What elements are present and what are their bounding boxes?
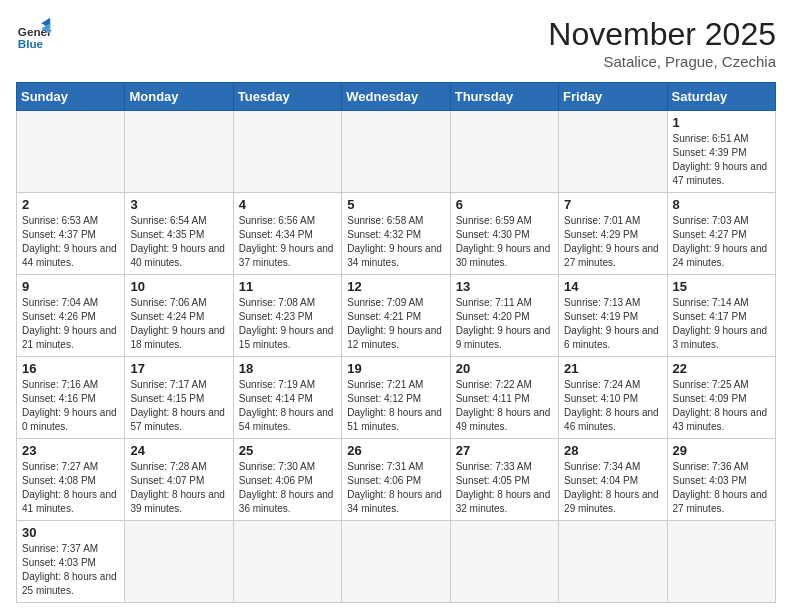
day-number: 6 [456, 197, 553, 212]
calendar-cell [559, 521, 667, 603]
day-number: 25 [239, 443, 336, 458]
calendar-cell: 15Sunrise: 7:14 AMSunset: 4:17 PMDayligh… [667, 275, 775, 357]
day-number: 13 [456, 279, 553, 294]
day-info: Sunrise: 7:06 AMSunset: 4:24 PMDaylight:… [130, 296, 227, 352]
calendar-cell: 27Sunrise: 7:33 AMSunset: 4:05 PMDayligh… [450, 439, 558, 521]
calendar-cell: 23Sunrise: 7:27 AMSunset: 4:08 PMDayligh… [17, 439, 125, 521]
calendar-cell [450, 521, 558, 603]
calendar-table: SundayMondayTuesdayWednesdayThursdayFrid… [16, 82, 776, 603]
day-number: 26 [347, 443, 444, 458]
calendar-cell [450, 111, 558, 193]
day-info: Sunrise: 7:33 AMSunset: 4:05 PMDaylight:… [456, 460, 553, 516]
logo-icon: General Blue [16, 16, 52, 52]
day-header-monday: Monday [125, 83, 233, 111]
day-info: Sunrise: 7:22 AMSunset: 4:11 PMDaylight:… [456, 378, 553, 434]
calendar-cell: 10Sunrise: 7:06 AMSunset: 4:24 PMDayligh… [125, 275, 233, 357]
location-subtitle: Satalice, Prague, Czechia [548, 53, 776, 70]
day-number: 28 [564, 443, 661, 458]
calendar-cell: 3Sunrise: 6:54 AMSunset: 4:35 PMDaylight… [125, 193, 233, 275]
day-info: Sunrise: 7:08 AMSunset: 4:23 PMDaylight:… [239, 296, 336, 352]
calendar-cell [233, 521, 341, 603]
day-number: 9 [22, 279, 119, 294]
day-info: Sunrise: 7:09 AMSunset: 4:21 PMDaylight:… [347, 296, 444, 352]
day-number: 16 [22, 361, 119, 376]
calendar-week-1: 1Sunrise: 6:51 AMSunset: 4:39 PMDaylight… [17, 111, 776, 193]
day-number: 30 [22, 525, 119, 540]
calendar-cell [342, 521, 450, 603]
day-info: Sunrise: 7:36 AMSunset: 4:03 PMDaylight:… [673, 460, 770, 516]
calendar-cell: 7Sunrise: 7:01 AMSunset: 4:29 PMDaylight… [559, 193, 667, 275]
calendar-cell: 11Sunrise: 7:08 AMSunset: 4:23 PMDayligh… [233, 275, 341, 357]
day-number: 21 [564, 361, 661, 376]
day-info: Sunrise: 6:58 AMSunset: 4:32 PMDaylight:… [347, 214, 444, 270]
calendar-cell: 14Sunrise: 7:13 AMSunset: 4:19 PMDayligh… [559, 275, 667, 357]
day-number: 8 [673, 197, 770, 212]
day-number: 4 [239, 197, 336, 212]
day-info: Sunrise: 7:21 AMSunset: 4:12 PMDaylight:… [347, 378, 444, 434]
day-info: Sunrise: 6:56 AMSunset: 4:34 PMDaylight:… [239, 214, 336, 270]
day-number: 14 [564, 279, 661, 294]
day-info: Sunrise: 7:27 AMSunset: 4:08 PMDaylight:… [22, 460, 119, 516]
day-number: 23 [22, 443, 119, 458]
calendar-cell: 28Sunrise: 7:34 AMSunset: 4:04 PMDayligh… [559, 439, 667, 521]
calendar-cell: 26Sunrise: 7:31 AMSunset: 4:06 PMDayligh… [342, 439, 450, 521]
calendar-cell: 20Sunrise: 7:22 AMSunset: 4:11 PMDayligh… [450, 357, 558, 439]
day-number: 17 [130, 361, 227, 376]
calendar-cell [667, 521, 775, 603]
calendar-cell: 21Sunrise: 7:24 AMSunset: 4:10 PMDayligh… [559, 357, 667, 439]
day-number: 15 [673, 279, 770, 294]
day-number: 20 [456, 361, 553, 376]
calendar-cell: 29Sunrise: 7:36 AMSunset: 4:03 PMDayligh… [667, 439, 775, 521]
day-info: Sunrise: 7:19 AMSunset: 4:14 PMDaylight:… [239, 378, 336, 434]
day-info: Sunrise: 6:54 AMSunset: 4:35 PMDaylight:… [130, 214, 227, 270]
day-number: 3 [130, 197, 227, 212]
calendar-week-3: 9Sunrise: 7:04 AMSunset: 4:26 PMDaylight… [17, 275, 776, 357]
day-number: 11 [239, 279, 336, 294]
calendar-week-4: 16Sunrise: 7:16 AMSunset: 4:16 PMDayligh… [17, 357, 776, 439]
month-title: November 2025 [548, 16, 776, 53]
svg-text:Blue: Blue [18, 37, 44, 50]
calendar-cell: 19Sunrise: 7:21 AMSunset: 4:12 PMDayligh… [342, 357, 450, 439]
day-number: 29 [673, 443, 770, 458]
day-header-sunday: Sunday [17, 83, 125, 111]
day-info: Sunrise: 7:17 AMSunset: 4:15 PMDaylight:… [130, 378, 227, 434]
calendar-cell [17, 111, 125, 193]
day-number: 27 [456, 443, 553, 458]
calendar-week-2: 2Sunrise: 6:53 AMSunset: 4:37 PMDaylight… [17, 193, 776, 275]
day-info: Sunrise: 6:59 AMSunset: 4:30 PMDaylight:… [456, 214, 553, 270]
header: General Blue November 2025 Satalice, Pra… [16, 16, 776, 70]
day-info: Sunrise: 7:13 AMSunset: 4:19 PMDaylight:… [564, 296, 661, 352]
calendar-cell: 30Sunrise: 7:37 AMSunset: 4:03 PMDayligh… [17, 521, 125, 603]
day-header-wednesday: Wednesday [342, 83, 450, 111]
calendar-cell: 1Sunrise: 6:51 AMSunset: 4:39 PMDaylight… [667, 111, 775, 193]
day-number: 12 [347, 279, 444, 294]
logo: General Blue [16, 16, 52, 52]
calendar-cell: 24Sunrise: 7:28 AMSunset: 4:07 PMDayligh… [125, 439, 233, 521]
day-number: 5 [347, 197, 444, 212]
day-info: Sunrise: 7:16 AMSunset: 4:16 PMDaylight:… [22, 378, 119, 434]
day-info: Sunrise: 7:34 AMSunset: 4:04 PMDaylight:… [564, 460, 661, 516]
calendar-cell [342, 111, 450, 193]
day-info: Sunrise: 7:14 AMSunset: 4:17 PMDaylight:… [673, 296, 770, 352]
day-info: Sunrise: 7:01 AMSunset: 4:29 PMDaylight:… [564, 214, 661, 270]
calendar-cell [125, 111, 233, 193]
calendar-week-5: 23Sunrise: 7:27 AMSunset: 4:08 PMDayligh… [17, 439, 776, 521]
day-info: Sunrise: 7:37 AMSunset: 4:03 PMDaylight:… [22, 542, 119, 598]
day-number: 10 [130, 279, 227, 294]
calendar-cell: 9Sunrise: 7:04 AMSunset: 4:26 PMDaylight… [17, 275, 125, 357]
calendar-header-row: SundayMondayTuesdayWednesdayThursdayFrid… [17, 83, 776, 111]
day-header-thursday: Thursday [450, 83, 558, 111]
calendar-cell: 18Sunrise: 7:19 AMSunset: 4:14 PMDayligh… [233, 357, 341, 439]
day-info: Sunrise: 7:24 AMSunset: 4:10 PMDaylight:… [564, 378, 661, 434]
calendar-cell: 8Sunrise: 7:03 AMSunset: 4:27 PMDaylight… [667, 193, 775, 275]
day-number: 7 [564, 197, 661, 212]
title-area: November 2025 Satalice, Prague, Czechia [548, 16, 776, 70]
calendar-cell: 12Sunrise: 7:09 AMSunset: 4:21 PMDayligh… [342, 275, 450, 357]
day-info: Sunrise: 7:03 AMSunset: 4:27 PMDaylight:… [673, 214, 770, 270]
calendar-cell: 25Sunrise: 7:30 AMSunset: 4:06 PMDayligh… [233, 439, 341, 521]
calendar-cell [559, 111, 667, 193]
calendar-cell [233, 111, 341, 193]
day-number: 19 [347, 361, 444, 376]
day-number: 18 [239, 361, 336, 376]
day-info: Sunrise: 7:11 AMSunset: 4:20 PMDaylight:… [456, 296, 553, 352]
